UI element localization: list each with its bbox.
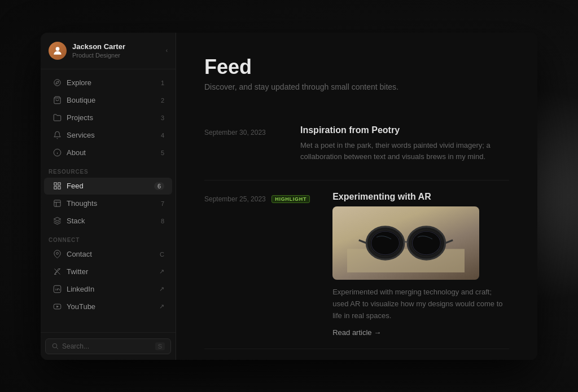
contact-label: Contact	[67, 250, 155, 258]
youtube-icon	[52, 302, 62, 312]
highlight-badge: HIGHLIGHT	[272, 195, 310, 203]
sidebar-item-about[interactable]: About 5	[44, 144, 172, 161]
feed-content-1: Inspiration from Peotry Met a poet in th…	[300, 125, 509, 169]
feed-item-3: September 24, 2023 Coffee with an archit…	[204, 349, 509, 359]
feed-date-1: September 30, 2023	[204, 129, 266, 136]
page-title: Feed	[204, 55, 509, 79]
page-subtitle: Discover, and stay updated through small…	[204, 82, 509, 91]
feed-item-2: September 25, 2023 HIGHLIGHT Experimenti…	[204, 180, 509, 349]
svg-line-21	[56, 347, 58, 349]
feed-date-2: September 25, 2023	[204, 195, 266, 203]
app-window: Jackson Carter Product Designer ‹ Explor…	[41, 33, 537, 360]
svg-rect-22	[347, 249, 465, 272]
contact-icon	[52, 249, 62, 259]
ar-glasses-svg	[347, 214, 465, 272]
sidebar-item-youtube[interactable]: YouTube ↗	[44, 298, 172, 315]
layout-icon	[52, 199, 62, 209]
svg-point-24	[370, 230, 401, 256]
svg-rect-9	[54, 187, 56, 189]
linkedin-badge: ↗	[155, 285, 164, 293]
stack-icon	[52, 216, 62, 226]
services-badge: 4	[155, 132, 164, 139]
stack-badge: 8	[155, 218, 164, 224]
svg-marker-19	[56, 306, 59, 308]
svg-point-14	[56, 252, 58, 254]
about-label: About	[67, 148, 155, 157]
feed-title-1: Inspiration from Peotry	[300, 125, 509, 135]
grid-icon	[52, 181, 62, 191]
read-article-link[interactable]: Read article →	[332, 328, 381, 337]
twitter-label: Twitter	[67, 267, 155, 276]
sidebar-bottom: S	[41, 332, 176, 360]
twitter-icon	[52, 267, 62, 277]
svg-rect-11	[54, 200, 60, 206]
boutique-label: Boutique	[67, 96, 155, 104]
search-icon	[51, 342, 59, 350]
boutique-badge: 2	[155, 97, 164, 104]
folder-icon	[52, 113, 62, 123]
feed-image-2	[332, 206, 479, 280]
feed-item-1: September 30, 2023 Inspiration from Peot…	[204, 114, 509, 181]
services-label: Services	[67, 131, 155, 139]
sidebar-item-stack[interactable]: Stack 8	[44, 213, 172, 230]
search-input[interactable]	[62, 342, 152, 350]
svg-rect-10	[58, 187, 60, 189]
linkedin-label: LinkedIn	[67, 285, 155, 293]
sidebar-item-services[interactable]: Services 4	[44, 127, 172, 144]
sidebar-navigation: Explore 1 Boutique 2 Projects 3	[41, 69, 176, 332]
sidebar-item-explore[interactable]: Explore 1	[44, 74, 172, 91]
sidebar-item-thoughts[interactable]: Thoughts 7	[44, 195, 172, 212]
stack-label: Stack	[67, 217, 155, 225]
svg-point-27	[411, 230, 442, 256]
svg-rect-7	[54, 183, 56, 185]
search-box[interactable]: S	[45, 338, 171, 354]
svg-rect-8	[58, 183, 60, 185]
feed-desc-1: Met a poet in the park, their words pain…	[300, 140, 509, 164]
bag-icon	[52, 95, 62, 105]
sidebar-item-projects[interactable]: Projects 3	[44, 109, 172, 126]
feed-date-col-2: September 25, 2023 HIGHLIGHT	[204, 192, 310, 337]
sidebar-item-contact[interactable]: Contact C	[44, 246, 172, 263]
profile-role: Product Designer	[72, 52, 166, 59]
avatar	[49, 42, 67, 60]
explore-label: Explore	[67, 78, 155, 87]
connect-section-label: CONNECT	[41, 230, 176, 245]
ar-glasses-image	[332, 206, 479, 280]
svg-point-1	[54, 80, 60, 86]
svg-point-0	[56, 47, 60, 51]
resources-section-label: RESOURCES	[41, 162, 176, 177]
feed-date-col-1: September 30, 2023	[204, 125, 278, 169]
projects-badge: 3	[155, 114, 164, 121]
svg-marker-2	[55, 81, 58, 84]
feed-title-2: Experimenting with AR	[332, 192, 509, 202]
feed-content-2: Experimenting with AR	[332, 192, 509, 337]
thoughts-badge: 7	[155, 200, 164, 207]
contact-badge: C	[155, 251, 164, 258]
youtube-badge: ↗	[155, 303, 164, 310]
about-badge: 5	[155, 149, 164, 156]
thoughts-label: Thoughts	[67, 199, 155, 208]
explore-badge: 1	[155, 80, 164, 86]
feed-label: Feed	[67, 182, 154, 190]
sidebar-item-boutique[interactable]: Boutique 2	[44, 92, 172, 109]
compass-icon	[52, 78, 62, 88]
profile-name: Jackson Carter	[72, 42, 166, 52]
search-shortcut: S	[155, 342, 165, 350]
info-icon	[52, 148, 62, 158]
linkedin-icon	[52, 284, 62, 294]
sidebar-item-linkedin[interactable]: LinkedIn ↗	[44, 281, 172, 298]
profile-text: Jackson Carter Product Designer	[72, 42, 166, 59]
sidebar-item-twitter[interactable]: Twitter ↗	[44, 263, 172, 280]
feed-desc-2: Experimented with merging technology and…	[332, 287, 509, 321]
sidebar: Jackson Carter Product Designer ‹ Explor…	[41, 33, 176, 360]
main-content: Feed Discover, and stay updated through …	[176, 33, 537, 360]
chevron-left-icon: ‹	[166, 47, 168, 54]
svg-point-20	[52, 343, 57, 348]
bell-icon	[52, 130, 62, 140]
feed-badge: 6	[154, 182, 164, 190]
youtube-label: YouTube	[67, 302, 155, 311]
twitter-badge: ↗	[155, 268, 164, 275]
projects-label: Projects	[67, 113, 155, 122]
sidebar-item-feed[interactable]: Feed 6	[44, 178, 172, 195]
profile-section[interactable]: Jackson Carter Product Designer ‹	[41, 33, 176, 69]
